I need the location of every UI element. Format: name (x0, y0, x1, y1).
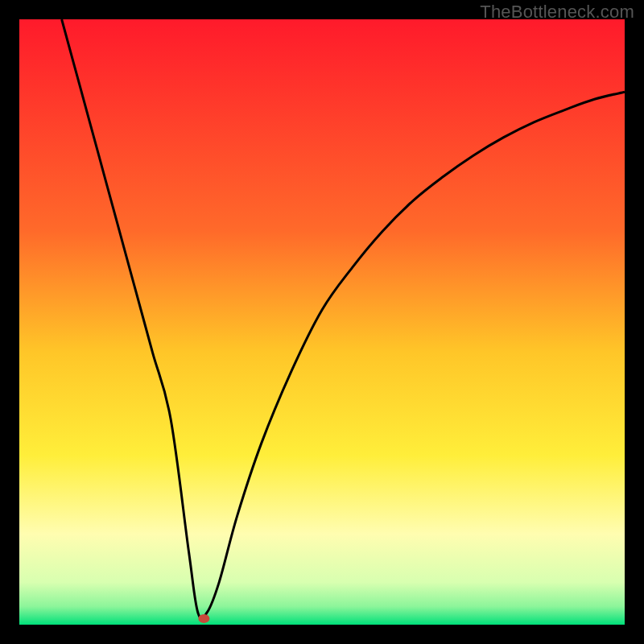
plot-area (19, 19, 625, 625)
gradient-background (19, 19, 625, 625)
bottleneck-chart (19, 19, 625, 625)
optimum-marker (198, 614, 209, 623)
chart-frame: TheBottleneck.com (0, 0, 644, 644)
watermark-text: TheBottleneck.com (480, 2, 634, 23)
